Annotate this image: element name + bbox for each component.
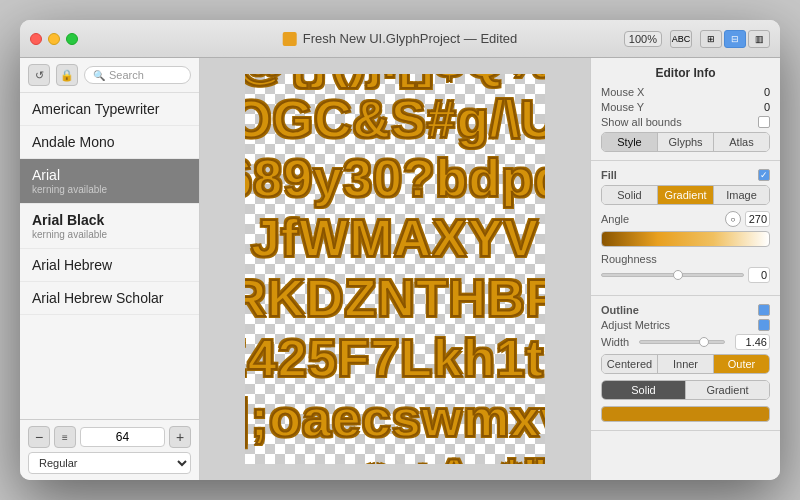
style-glyphs-atlas-tabs: Style Glyphs Atlas [601, 132, 770, 152]
angle-dial[interactable]: ○ [725, 211, 741, 227]
glyph-display: @{}()jl[]$Q%OGC&S#g/\U689y30?bdpqJfWMAXY… [245, 74, 545, 464]
window-title-area: Fresh New UI.GlyphProject — Edited [283, 31, 518, 46]
angle-row: Angle ○ 270 [601, 211, 770, 227]
width-value: 1.46 [735, 334, 770, 350]
tab-glyphs[interactable]: Glyphs [658, 133, 714, 151]
fill-label: Fill [601, 169, 758, 181]
mouse-x-row: Mouse X 0 [601, 86, 770, 98]
font-sidebar: ↺ 🔒 🔍 Search American Typewriter Andale … [20, 58, 200, 480]
font-item-arial-black[interactable]: Arial Black kerning available [20, 204, 199, 249]
view-button-2[interactable]: ⊟ [724, 30, 746, 48]
roughness-label: Roughness [601, 253, 657, 265]
fill-header-row: Fill ✓ [601, 169, 770, 181]
abc-view-button[interactable]: ABC [670, 30, 692, 48]
mouse-x-label: Mouse X [601, 86, 740, 98]
adjust-metrics-row: Adjust Metrics [601, 319, 770, 331]
roughness-label-row: Roughness [601, 253, 770, 265]
mouse-y-value: 0 [740, 101, 770, 113]
font-name: Arial [32, 167, 187, 183]
outline-header-row: Outline [601, 304, 770, 316]
minimize-button[interactable] [48, 33, 60, 45]
titlebar: Fresh New UI.GlyphProject — Edited 100% … [20, 20, 780, 58]
outline-label: Outline [601, 304, 758, 316]
font-item-andale-mono[interactable]: Andale Mono [20, 126, 199, 159]
width-label: Width [601, 336, 629, 348]
search-icon: 🔍 [93, 70, 105, 81]
outline-type-buttons: Solid Gradient [601, 380, 770, 400]
view-mode-buttons: ⊞ ⊟ ▥ [700, 30, 770, 48]
zoom-selector[interactable]: 100% [624, 31, 662, 47]
font-list: American Typewriter Andale Mono Arial ke… [20, 93, 199, 419]
position-inner-button[interactable]: Inner [658, 355, 714, 373]
size-decrease-button[interactable]: − [28, 426, 50, 448]
roughness-slider-row: 0 [601, 267, 770, 283]
titlebar-controls: 100% ABC ⊞ ⊟ ▥ [624, 30, 770, 48]
app-icon [283, 32, 297, 46]
font-sub: kerning available [32, 229, 187, 240]
width-slider[interactable] [639, 340, 725, 344]
roughness-slider-track[interactable] [601, 273, 744, 277]
roughness-slider-thumb [673, 270, 683, 280]
show-bounds-label: Show all bounds [601, 116, 758, 128]
sidebar-toolbar: ↺ 🔒 🔍 Search [20, 58, 199, 93]
refresh-icon[interactable]: ↺ [28, 64, 50, 86]
width-row: Width 1.46 [601, 334, 770, 350]
font-name: Andale Mono [32, 134, 187, 150]
fill-section: Fill ✓ Solid Gradient Image Angle ○ 270 … [591, 161, 780, 296]
mouse-y-row: Mouse Y 0 [601, 101, 770, 113]
editor-info-title: Editor Info [601, 66, 770, 80]
show-bounds-checkbox[interactable] [758, 116, 770, 128]
editor-info-section: Editor Info Mouse X 0 Mouse Y 0 Show all… [591, 58, 780, 161]
font-name: Arial Black [32, 212, 187, 228]
fill-image-button[interactable]: Image [714, 186, 769, 204]
font-name: Arial Hebrew [32, 257, 187, 273]
canvas-area: @{}()jl[]$Q%OGC&S#g/\U689y30?bdpqJfWMAXY… [200, 58, 590, 480]
search-placeholder: Search [109, 69, 144, 81]
outline-section: Outline Adjust Metrics Width 1.46 Center… [591, 296, 780, 431]
outline-color-bar[interactable] [601, 406, 770, 422]
tab-atlas[interactable]: Atlas [714, 133, 769, 151]
main-content: ↺ 🔒 🔍 Search American Typewriter Andale … [20, 58, 780, 480]
sidebar-footer: − ≡ 64 + Regular Bold Italic Bold Italic [20, 419, 199, 480]
fill-gradient-button[interactable]: Gradient [658, 186, 714, 204]
adjust-metrics-label: Adjust Metrics [601, 319, 758, 331]
fill-type-buttons: Solid Gradient Image [601, 185, 770, 205]
adjust-metrics-checkbox[interactable] [758, 319, 770, 331]
close-button[interactable] [30, 33, 42, 45]
window-title: Fresh New UI.GlyphProject — Edited [303, 31, 518, 46]
outline-solid-button[interactable]: Solid [602, 381, 686, 399]
font-item-arial[interactable]: Arial kerning available [20, 159, 199, 204]
glyph-canvas: @{}()jl[]$Q%OGC&S#g/\U689y30?bdpqJfWMAXY… [245, 74, 545, 464]
maximize-button[interactable] [66, 33, 78, 45]
outline-checkbox[interactable] [758, 304, 770, 316]
view-button-3[interactable]: ▥ [748, 30, 770, 48]
font-item-arial-hebrew[interactable]: Arial Hebrew [20, 249, 199, 282]
font-item-american-typewriter[interactable]: American Typewriter [20, 93, 199, 126]
font-sub: kerning available [32, 184, 187, 195]
show-bounds-row: Show all bounds [601, 116, 770, 128]
right-panel: Editor Info Mouse X 0 Mouse Y 0 Show all… [590, 58, 780, 480]
roughness-value: 0 [748, 267, 770, 283]
position-centered-button[interactable]: Centered [602, 355, 658, 373]
tab-style[interactable]: Style [602, 133, 658, 151]
size-controls: − ≡ 64 + [28, 426, 191, 448]
mouse-y-label: Mouse Y [601, 101, 740, 113]
fill-checkbox[interactable]: ✓ [758, 169, 770, 181]
position-buttons: Centered Inner Outer [601, 354, 770, 374]
mouse-x-value: 0 [740, 86, 770, 98]
fill-solid-button[interactable]: Solid [602, 186, 658, 204]
size-increase-button[interactable]: + [169, 426, 191, 448]
font-style-select[interactable]: Regular Bold Italic Bold Italic [28, 452, 191, 474]
gradient-bar[interactable] [601, 231, 770, 247]
width-slider-thumb [699, 337, 709, 347]
traffic-lights [30, 33, 78, 45]
font-name: American Typewriter [32, 101, 187, 117]
search-box[interactable]: 🔍 Search [84, 66, 191, 84]
view-button-1[interactable]: ⊞ [700, 30, 722, 48]
lock-icon[interactable]: 🔒 [56, 64, 78, 86]
position-outer-button[interactable]: Outer [714, 355, 769, 373]
outline-gradient-button[interactable]: Gradient [686, 381, 769, 399]
angle-label: Angle [601, 213, 725, 225]
font-item-arial-hebrew-scholar[interactable]: Arial Hebrew Scholar [20, 282, 199, 315]
size-icon: ≡ [54, 426, 76, 448]
